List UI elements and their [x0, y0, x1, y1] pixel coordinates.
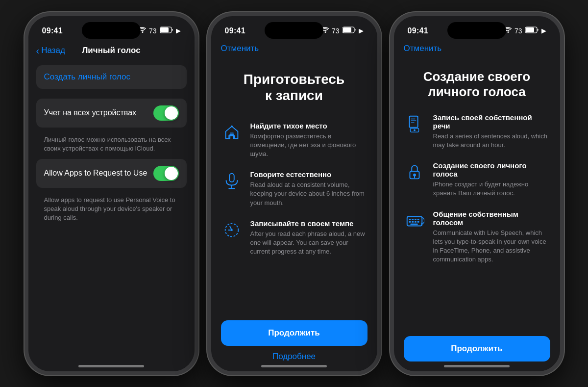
status-time-2: 09:41: [225, 26, 245, 35]
toggle-row-1[interactable]: Учет на всех устройствах: [36, 99, 187, 128]
phone-1: 09:41 73 ▶: [24, 12, 198, 375]
svg-rect-39: [415, 221, 416, 223]
phone-2-screen: 09:41 73 ▶ Отменить: [211, 16, 377, 371]
feature-title-3-1: Создание своего личного голоса: [433, 161, 550, 178]
speed-icon: [221, 219, 243, 241]
phone-1-screen: 09:41 73 ▶: [28, 16, 195, 371]
keyboard-icon: [404, 210, 425, 232]
feature-desc-2-0: Комфортно разместитесь в помещении, где …: [250, 132, 368, 159]
feature-desc-3-2: Communicate with Live Speech, which lets…: [433, 229, 550, 264]
feature-item-3-0: Запись своей собственной речи Read a ser…: [404, 113, 550, 150]
feature-text-3-0: Запись своей собственной речи Read a ser…: [433, 113, 550, 150]
toggle-group-1: Учет на всех устройствах: [36, 99, 187, 128]
home-indicator-2: [261, 365, 327, 367]
svg-rect-38: [412, 221, 414, 223]
back-button-1[interactable]: ‹ Назад: [36, 46, 65, 55]
screen-1-content: Создать личный голос Учет на всех устрой…: [28, 61, 195, 371]
dynamic-island-1: [82, 22, 141, 39]
feature-desc-2-1: Read aloud at a consistent volume, keepi…: [250, 181, 368, 207]
continue-button-3[interactable]: Продолжить: [404, 336, 550, 361]
svg-rect-37: [409, 221, 411, 223]
svg-rect-41: [410, 223, 417, 225]
nav-title-1: Личный голос: [82, 46, 140, 55]
cancel-button-2[interactable]: Отменить: [221, 42, 368, 61]
dynamic-island-3: [447, 22, 506, 39]
svg-rect-11: [343, 27, 351, 32]
toggle-label-2: Allow Apps to Request to Use: [44, 169, 147, 178]
phone-3-screen: 09:41 73 ▶ Отменить: [394, 16, 560, 371]
create-voice-button[interactable]: Создать личный голос: [36, 65, 187, 89]
feature-text-3-2: Общение собственным голосом Communicate …: [433, 210, 550, 264]
create-voice-label: Создать личный голос: [44, 72, 130, 81]
location-icon-2: ▶: [359, 27, 364, 34]
lock-icon: [404, 161, 425, 183]
back-chevron-1: ‹: [36, 46, 40, 55]
feature-text-2-2: Записывайте в своем темпе After you read…: [250, 219, 368, 257]
feature-title-2-0: Найдите тихое место: [250, 122, 368, 130]
svg-rect-40: [417, 221, 419, 223]
svg-rect-25: [526, 27, 534, 32]
toggle-group-2: Allow Apps to Request to Use: [36, 159, 187, 188]
feature-desc-2-2: After you read each phrase aloud, a new …: [250, 230, 368, 257]
toggle-knob-2: [165, 167, 178, 180]
svg-rect-36: [417, 219, 419, 220]
learn-more-button[interactable]: Подробнее: [272, 352, 316, 361]
toggle-knob-1: [165, 106, 178, 120]
svg-point-13: [231, 125, 233, 127]
svg-rect-5: [160, 27, 169, 32]
status-time-3: 09:41: [408, 26, 428, 35]
phone-1-device: 09:41 73 ▶: [24, 12, 198, 375]
svg-point-19: [231, 229, 233, 231]
feature-title-3-0: Запись своей собственной речи: [433, 113, 550, 130]
mic-icon: [221, 170, 243, 192]
home-icon: [221, 122, 243, 143]
svg-rect-26: [409, 116, 417, 128]
battery-label-2: 73: [332, 27, 340, 35]
feature-item-2-0: Найдите тихое место Комфортно разместите…: [221, 122, 368, 159]
feature-desc-3-0: Read a series of sentences aloud, which …: [433, 132, 550, 150]
feature-item-3-2: Общение собственным голосом Communicate …: [404, 210, 550, 264]
home-indicator-1: [78, 365, 144, 367]
feature-text-2-0: Найдите тихое место Комфортно разместите…: [250, 122, 368, 159]
doc-icon: [404, 113, 425, 135]
battery-icon-1: [160, 26, 173, 35]
feature-list-2: Найдите тихое место Комфортно разместите…: [221, 122, 368, 312]
svg-rect-35: [415, 219, 416, 220]
feature-title-2-1: Говорите естественно: [250, 170, 368, 179]
status-time-1: 09:41: [42, 26, 63, 35]
toggle-row-2[interactable]: Allow Apps to Request to Use: [36, 159, 187, 188]
phone-3: 09:41 73 ▶ Отменить: [390, 12, 564, 375]
svg-point-28: [414, 129, 416, 131]
feature-item-2-1: Говорите естественно Read aloud at a con…: [221, 170, 368, 207]
battery-label-3: 73: [514, 27, 522, 35]
screen-2-content: Отменить Приготовьтесь к записи: [211, 42, 377, 371]
screen-2-title: Приготовьтесь к записи: [221, 71, 368, 104]
screen-3-title: Создание своего личного голоса: [404, 69, 550, 100]
toggle-2[interactable]: [153, 166, 179, 181]
location-icon-1: ▶: [176, 27, 181, 34]
screen-3-content: Отменить Создание своего личного голоса: [394, 42, 560, 371]
feature-desc-3-1: iPhone создаст и будет надежно хранить В…: [433, 180, 550, 198]
home-indicator-3: [444, 365, 510, 367]
battery-label-1: 73: [149, 27, 157, 35]
cancel-button-3[interactable]: Отменить: [404, 42, 550, 61]
toggle-1[interactable]: [153, 105, 179, 121]
phone-2-device: 09:41 73 ▶ Отменить: [207, 12, 381, 375]
battery-icon-2: [343, 26, 356, 35]
dynamic-island-2: [265, 22, 323, 39]
svg-rect-33: [409, 219, 411, 220]
feature-title-2-2: Записывайте в своем темпе: [250, 219, 368, 228]
svg-rect-14: [230, 132, 234, 135]
settings-section-1: Создать личный голос Учет на всех устрой…: [36, 65, 187, 229]
location-icon-3: ▶: [541, 27, 546, 34]
feature-list-3: Запись своей собственной речи Read a ser…: [404, 113, 550, 328]
feature-item-2-2: Записывайте в своем темпе After you read…: [221, 219, 368, 257]
feature-text-2-1: Говорите естественно Read aloud at a con…: [250, 170, 368, 207]
feature-text-3-1: Создание своего личного голоса iPhone со…: [433, 161, 550, 198]
feature-title-3-2: Общение собственным голосом: [433, 210, 550, 227]
svg-rect-34: [412, 219, 414, 220]
continue-button-2[interactable]: Продолжить: [221, 320, 368, 346]
toggle-desc-1: Личный голос можно использовать на всех …: [36, 131, 187, 159]
toggle-label-1: Учет на всех устройствах: [44, 108, 137, 117]
toggle-desc-2: Allow apps to request to use Personal Vo…: [36, 192, 187, 229]
